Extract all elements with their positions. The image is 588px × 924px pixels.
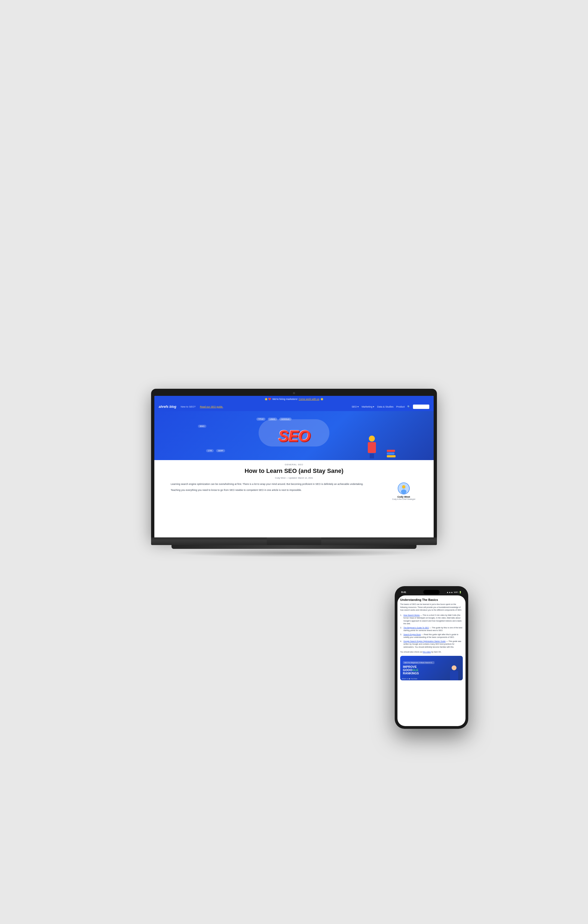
label-google: GOOGLE — [279, 417, 291, 421]
phone-content: Understanding The Basics The basics of S… — [398, 596, 466, 726]
svg-point-3 — [402, 485, 405, 488]
nav-data[interactable]: Data & Studies — [377, 405, 393, 408]
article-date: Updated: March 12, 2021 — [289, 477, 313, 479]
article-para-1: Learning search engine optimization can … — [171, 482, 385, 486]
video-title-line2: GOOOGLE — [403, 668, 434, 672]
video-title-line1: IMPROVE — [403, 665, 434, 668]
laptop-screen-outer: 🌟 ❤️ We're hiring marketers! Come work w… — [151, 389, 437, 538]
nav-menu: SEO ▾ Marketing ▾ Data & Studies Product… — [352, 404, 429, 409]
phone-resource-list: How Search Works — This is a short 3 min… — [400, 614, 463, 649]
laptop-stand — [267, 538, 321, 545]
list-item-3: Search Engine Book — Read this guide rig… — [400, 633, 463, 639]
extra-text-suffix: by Sam Oh. — [431, 651, 441, 653]
signal-icon: ▲▲▲ — [446, 591, 453, 594]
ahrefs-website: 🌟 ❤️ We're hiring marketers! Come work w… — [154, 396, 434, 538]
logo-text: ahrefs blog — [159, 405, 177, 409]
label-links: LINKS — [268, 417, 277, 421]
link-search-engine-book[interactable]: Search Engine Book — [403, 634, 421, 635]
character-illustration — [364, 436, 379, 457]
label-serp: SERP — [216, 449, 225, 452]
article-para-2: Teaching you everything you need to know… — [171, 488, 385, 492]
video-tag: SEO For Beginners: A Basic Search E... — [403, 661, 434, 664]
person-figure — [446, 665, 461, 680]
svg-point-2 — [401, 490, 406, 494]
laptop-screen: 🌟 ❤️ We're hiring marketers! Come work w… — [154, 396, 434, 538]
video-thumbnail[interactable]: SEO For Beginners: A Basic Search E... I… — [400, 656, 463, 680]
wifi-icon: WiFi — [454, 591, 458, 594]
ahrefs-navbar: ahrefs blog New to SEO? Read our SEO gui… — [154, 403, 434, 411]
article-body: Learning search engine optimization can … — [171, 482, 417, 500]
link-google-seo-guide[interactable]: Google Search Engine Optimization Starte… — [403, 640, 446, 642]
nav-search-icon[interactable]: 🔍 — [407, 405, 410, 408]
phone-section-title: Understanding The Basics — [400, 598, 463, 601]
list-item-1: How Search Works — This is a short 3 min… — [400, 614, 463, 625]
article-meta: Cody West • Updated: March 12, 2021 — [171, 477, 417, 479]
label-bing: BING — [198, 425, 206, 428]
battery-icon: 🔋 — [459, 591, 462, 594]
video-overlay: SEO For Beginners: A Basic Search E... I… — [403, 659, 434, 676]
laptop-foot — [172, 545, 416, 549]
article-section: GENERAL SEO How to Learn SEO (and Stay S… — [154, 460, 434, 503]
link-how-search-works[interactable]: How Search Works — [403, 614, 420, 616]
video-gle: GLE — [412, 668, 418, 672]
seo-graphic: TITLE LINKS GOOGLE BING CTR SERP — [154, 411, 434, 460]
phone-extra-text: You should also check out this video by … — [400, 651, 463, 653]
phone-time: 9:41 — [401, 591, 406, 594]
seo-hero-text: SEO — [278, 427, 310, 445]
youtube-label: Watch on ▶ YouTube — [402, 678, 417, 680]
label-ctr: CTR — [206, 449, 214, 452]
author-card: Cody West Cody is the Chief Strategist — [390, 482, 417, 500]
video-gooo: GOOO — [403, 668, 412, 672]
announcement-icon: 🌟 ❤️ — [264, 398, 271, 401]
read-guide-link[interactable]: Read our SEO guide. — [200, 405, 223, 408]
article-hero: TITLE LINKS GOOGLE BING CTR SERP — [154, 411, 434, 460]
hire-link[interactable]: Come work with us — [299, 398, 319, 401]
announcement-icon2: 🌟 — [320, 398, 324, 401]
link-beginners-guide[interactable]: The Beginner's Guide To SEO — [403, 627, 429, 629]
announcement-bar: 🌟 ❤️ We're hiring marketers! Come work w… — [154, 396, 434, 403]
laptop-base — [151, 538, 437, 545]
list-item-2: The Beginner's Guide To SEO — This guide… — [400, 627, 463, 632]
avatar-svg — [398, 483, 409, 494]
subscribe-button[interactable]: Subscribe — [413, 404, 429, 409]
extra-video-link[interactable]: this video — [423, 651, 431, 653]
nav-seo[interactable]: SEO ▾ — [352, 405, 359, 408]
author-avatar — [398, 482, 410, 494]
announcement-text: We're hiring marketers! — [272, 398, 297, 401]
phone-status-icons: ▲▲▲ WiFi 🔋 — [446, 591, 462, 594]
video-title-line3: RANKINGS — [403, 672, 434, 675]
laptop-camera — [293, 392, 295, 394]
new-to-seo-text: New to SEO? — [181, 405, 196, 408]
phone-intro-text: The basics of SEO can be learned in just… — [400, 603, 463, 612]
author-role-label: Cody is the Chief Strategist — [390, 498, 417, 500]
article-text: Learning search engine optimization can … — [171, 482, 385, 500]
ahrefs-logo[interactable]: ahrefs blog — [159, 405, 177, 409]
author-name-label: Cody West — [390, 495, 417, 498]
main-scene: 🌟 ❤️ We're hiring marketers! Come work w… — [104, 163, 484, 761]
nav-marketing[interactable]: Marketing ▾ — [362, 405, 374, 408]
dynamic-island — [423, 590, 439, 594]
phone-screen: Understanding The Basics The basics of S… — [398, 596, 466, 726]
article-title: How to Learn SEO (and Stay Sane) — [171, 467, 417, 475]
phone: 9:41 ▲▲▲ WiFi 🔋 Understanding The Basics… — [395, 586, 468, 729]
laptop: 🌟 ❤️ We're hiring marketers! Come work w… — [151, 389, 437, 557]
list-item-4: Google Search Engine Optimization Starte… — [400, 640, 463, 649]
article-category: GENERAL SEO — [171, 464, 417, 466]
meta-dot: • — [287, 477, 287, 479]
video-person — [444, 656, 463, 680]
phone-notch: 9:41 ▲▲▲ WiFi 🔋 — [398, 589, 466, 596]
books-illustration — [387, 450, 396, 457]
nav-product[interactable]: Product — [396, 405, 405, 408]
article-author: Cody West — [275, 477, 286, 479]
laptop-shadow — [172, 549, 416, 557]
extra-text-prefix: You should also check out — [400, 651, 422, 653]
label-title: TITLE — [256, 417, 266, 421]
